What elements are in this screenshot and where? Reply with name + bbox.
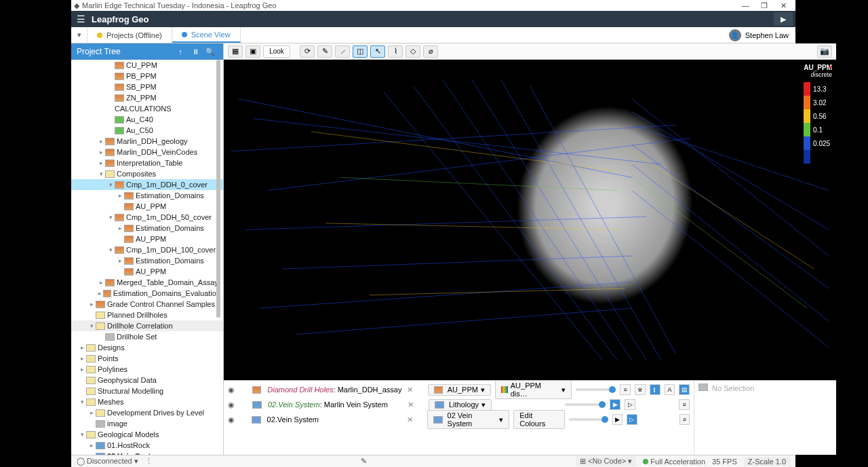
expand-icon[interactable]: ▸ xyxy=(87,409,96,416)
tree-item[interactable]: PB_PPM xyxy=(126,72,157,80)
look-dropdown[interactable]: Look xyxy=(263,45,290,58)
close-button[interactable]: ✕ xyxy=(774,1,793,10)
up-button[interactable]: ↑ xyxy=(173,48,188,56)
expand-icon[interactable]: ▸ xyxy=(97,279,105,286)
tree-item[interactable]: Structural Modelling xyxy=(98,387,163,395)
tree-item[interactable]: SB_PPM xyxy=(126,83,157,91)
opacity-slider[interactable] xyxy=(576,388,616,391)
expand-icon[interactable]: ▸ xyxy=(97,290,103,297)
expand-icon[interactable]: ▸ xyxy=(87,301,96,307)
tool-select-box[interactable]: ◫ xyxy=(353,45,368,58)
legend-close-icon[interactable]: ✕ xyxy=(828,64,833,71)
collapse-icon[interactable]: ▾ xyxy=(106,181,115,188)
tree-item[interactable]: 02.Vein System xyxy=(107,452,161,455)
tree-item[interactable]: Marlin_DDH_geology xyxy=(117,137,188,145)
code-chip[interactable]: ⊞ <No Code> ▾ xyxy=(576,456,636,466)
opacity-slider[interactable] xyxy=(565,403,606,406)
scene-row[interactable]: ◉ 02.Vein System ✕ 02 Vein System▾ Edit … xyxy=(228,413,690,426)
edit-colours-button[interactable]: Edit Colours xyxy=(513,410,565,429)
tool-ruler[interactable]: ⟋ xyxy=(335,45,350,58)
expand-icon[interactable]: ▸ xyxy=(116,192,124,199)
tool-view1[interactable]: ▦ xyxy=(228,45,243,58)
tree-item[interactable]: Designs xyxy=(98,343,125,352)
tree-item[interactable]: Drillhole Set xyxy=(117,333,157,341)
expand-icon[interactable]: ▸ xyxy=(87,442,96,449)
remove-button[interactable]: ✕ xyxy=(407,415,413,424)
tab-dropdown[interactable]: ▾ xyxy=(71,27,87,43)
play-btn[interactable]: ▶ xyxy=(612,414,623,425)
tree-item[interactable]: Grade Control Channel Samples xyxy=(107,300,215,308)
tree-item[interactable]: 01.HostRock xyxy=(107,441,150,449)
tree-item[interactable]: Development Drives by Level xyxy=(107,409,204,417)
tab-projects[interactable]: Projects (Offline) xyxy=(87,27,172,43)
play-btn[interactable]: ▶ xyxy=(610,399,620,410)
zscale-chip[interactable]: Z-Scale 1.0 xyxy=(744,457,790,466)
remove-button[interactable]: ✕ xyxy=(407,386,413,394)
tree-item[interactable]: Interpretation_Table xyxy=(117,159,182,167)
tree-item[interactable]: CALCULATIONS xyxy=(115,105,172,113)
collapse-icon[interactable]: ▾ xyxy=(78,431,86,438)
screenshot-button[interactable]: 📷 xyxy=(817,45,832,58)
collapse-icon[interactable]: ▾ xyxy=(97,170,105,177)
tree-item[interactable]: Points xyxy=(98,354,119,362)
tree-item[interactable]: Planned Drillholes xyxy=(107,311,167,319)
maximize-button[interactable]: ❐ xyxy=(755,1,774,10)
opt-btn[interactable]: A xyxy=(665,384,675,395)
collapse-icon[interactable]: ▾ xyxy=(106,246,115,253)
opt-btn[interactable]: ≡ xyxy=(679,414,690,425)
expand-icon[interactable]: ▸ xyxy=(97,149,105,155)
scene-row[interactable]: ◉ 02.Vein System: Marlin Vein System ✕ L… xyxy=(228,398,690,411)
tool-link[interactable]: ⌀ xyxy=(423,45,438,58)
tree-item[interactable]: Composites xyxy=(117,170,156,178)
opacity-slider[interactable] xyxy=(569,418,608,421)
tree-item[interactable]: image xyxy=(107,419,127,428)
menu-button[interactable]: ☰ xyxy=(71,14,90,24)
remove-button[interactable]: ✕ xyxy=(408,400,414,409)
tree-item[interactable]: Cmp_1m_DDH_100_cover xyxy=(126,246,216,254)
collapse-icon[interactable]: ▾ xyxy=(78,398,86,405)
tree-item[interactable]: Geophysical Data xyxy=(98,376,157,384)
tree-item[interactable]: Marlin_DDH_VeinCodes xyxy=(117,148,197,156)
tree-item[interactable]: Estimation_Domains_Evaluation xyxy=(113,289,220,297)
tree-item[interactable]: AU_PPM xyxy=(136,267,166,276)
search-button[interactable]: 🔍 xyxy=(203,48,218,56)
expand-icon[interactable]: ▸ xyxy=(116,225,124,231)
visibility-toggle[interactable]: ◉ xyxy=(228,415,237,424)
visibility-toggle[interactable]: ◉ xyxy=(228,386,237,394)
tool-view2[interactable]: ▣ xyxy=(245,45,260,58)
scene-row[interactable]: ◉ Diamond Drill Holes: Marlin_DDH_assay … xyxy=(228,384,690,396)
collapse-icon[interactable]: ▾ xyxy=(87,322,96,329)
tool-rotate[interactable]: ⟳ xyxy=(300,45,315,58)
collapse-icon[interactable]: ▾ xyxy=(87,453,96,455)
project-tree[interactable]: CU_PPM PB_PPM SB_PPM ZN_PPM CALCULATIONS… xyxy=(71,60,223,455)
expand-icon[interactable]: ▸ xyxy=(97,160,105,166)
tree-item[interactable]: Polylines xyxy=(98,365,127,373)
tree-item[interactable]: Estimation_Domains xyxy=(136,224,204,232)
opt-btn[interactable]: ▤ xyxy=(679,384,690,395)
tree-item[interactable]: Estimation_Domains xyxy=(136,191,204,200)
expand-icon[interactable]: ▸ xyxy=(116,257,124,264)
expand-icon[interactable]: ▸ xyxy=(78,355,86,362)
tree-item[interactable]: Merged_Table_Domain_Assay xyxy=(117,278,218,286)
3d-scene[interactable]: ✕ AU_PPM discrete 13.33.020.560.10.025 xyxy=(224,60,836,380)
tree-item[interactable]: Au_C40 xyxy=(126,115,153,124)
column-select[interactable]: Lithology▾ xyxy=(429,399,492,411)
tree-item[interactable]: Cmp_1m_DDH_50_cover xyxy=(126,213,212,221)
tree-item[interactable]: ZN_PPM xyxy=(126,94,157,102)
tree-item[interactable]: Au_C50 xyxy=(126,126,153,134)
play2-btn[interactable]: ▷ xyxy=(625,399,635,410)
conn-status[interactable]: ◯ Disconnected ▾ xyxy=(77,457,138,466)
pencil-icon[interactable]: ✎ xyxy=(361,457,367,466)
minimize-button[interactable]: — xyxy=(736,1,755,10)
visibility-toggle[interactable]: ◉ xyxy=(228,400,237,409)
column-select[interactable]: 02 Vein System▾ xyxy=(427,410,509,429)
tree-item[interactable]: Geological Models xyxy=(98,430,159,438)
tool-brush[interactable]: ⌇ xyxy=(388,45,403,58)
tab-scene-view[interactable]: Scene View xyxy=(172,27,241,43)
tool-pen[interactable]: ✎ xyxy=(317,45,332,58)
tool-crop[interactable]: ◇ xyxy=(406,45,420,58)
play-button[interactable]: ▶ xyxy=(774,12,793,26)
tree-item[interactable]: Drillhole Correlation xyxy=(107,322,173,330)
colormap-select[interactable]: AU_PPM dis…▾ xyxy=(495,380,572,399)
column-select[interactable]: AU_PPM▾ xyxy=(428,384,491,396)
